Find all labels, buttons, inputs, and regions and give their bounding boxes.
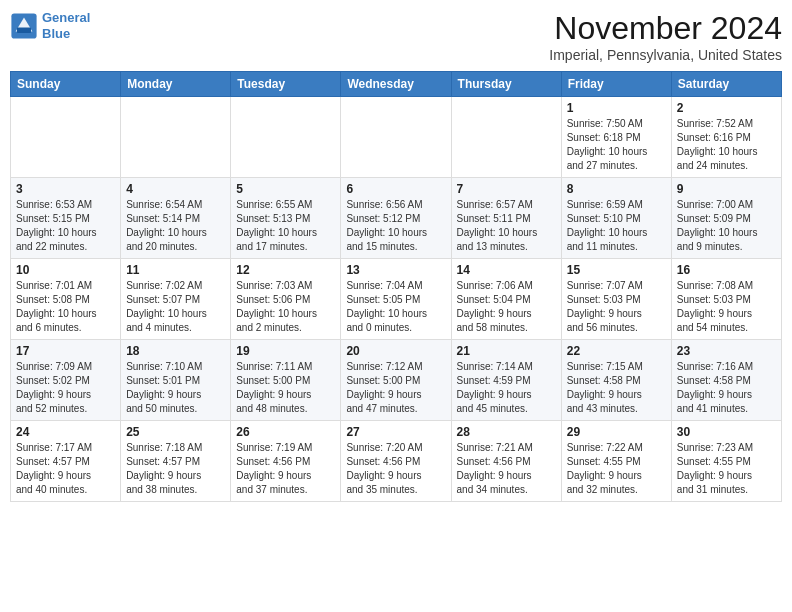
calendar-row: 3Sunrise: 6:53 AM Sunset: 5:15 PM Daylig…	[11, 178, 782, 259]
svg-rect-2	[17, 27, 31, 33]
day-info: Sunrise: 7:09 AM Sunset: 5:02 PM Dayligh…	[16, 360, 115, 416]
calendar-cell: 22Sunrise: 7:15 AM Sunset: 4:58 PM Dayli…	[561, 340, 671, 421]
calendar-cell	[121, 97, 231, 178]
logo-line2: Blue	[42, 26, 70, 41]
calendar-cell: 30Sunrise: 7:23 AM Sunset: 4:55 PM Dayli…	[671, 421, 781, 502]
calendar-cell: 20Sunrise: 7:12 AM Sunset: 5:00 PM Dayli…	[341, 340, 451, 421]
day-number: 15	[567, 263, 666, 277]
page-header: General Blue November 2024 Imperial, Pen…	[10, 10, 782, 63]
day-info: Sunrise: 7:50 AM Sunset: 6:18 PM Dayligh…	[567, 117, 666, 173]
day-info: Sunrise: 6:57 AM Sunset: 5:11 PM Dayligh…	[457, 198, 556, 254]
logo-line1: General	[42, 10, 90, 25]
day-info: Sunrise: 7:20 AM Sunset: 4:56 PM Dayligh…	[346, 441, 445, 497]
weekday-header-friday: Friday	[561, 72, 671, 97]
day-info: Sunrise: 6:55 AM Sunset: 5:13 PM Dayligh…	[236, 198, 335, 254]
weekday-header-sunday: Sunday	[11, 72, 121, 97]
day-number: 20	[346, 344, 445, 358]
calendar-cell	[451, 97, 561, 178]
weekday-header-saturday: Saturday	[671, 72, 781, 97]
day-info: Sunrise: 6:53 AM Sunset: 5:15 PM Dayligh…	[16, 198, 115, 254]
weekday-header-thursday: Thursday	[451, 72, 561, 97]
day-info: Sunrise: 7:52 AM Sunset: 6:16 PM Dayligh…	[677, 117, 776, 173]
calendar-header: SundayMondayTuesdayWednesdayThursdayFrid…	[11, 72, 782, 97]
calendar-cell: 21Sunrise: 7:14 AM Sunset: 4:59 PM Dayli…	[451, 340, 561, 421]
calendar-cell: 26Sunrise: 7:19 AM Sunset: 4:56 PM Dayli…	[231, 421, 341, 502]
calendar-cell	[11, 97, 121, 178]
day-number: 9	[677, 182, 776, 196]
calendar-cell: 3Sunrise: 6:53 AM Sunset: 5:15 PM Daylig…	[11, 178, 121, 259]
calendar-cell: 16Sunrise: 7:08 AM Sunset: 5:03 PM Dayli…	[671, 259, 781, 340]
calendar-row: 24Sunrise: 7:17 AM Sunset: 4:57 PM Dayli…	[11, 421, 782, 502]
calendar-row: 10Sunrise: 7:01 AM Sunset: 5:08 PM Dayli…	[11, 259, 782, 340]
calendar-body: 1Sunrise: 7:50 AM Sunset: 6:18 PM Daylig…	[11, 97, 782, 502]
logo-icon	[10, 12, 38, 40]
day-info: Sunrise: 7:16 AM Sunset: 4:58 PM Dayligh…	[677, 360, 776, 416]
day-info: Sunrise: 7:07 AM Sunset: 5:03 PM Dayligh…	[567, 279, 666, 335]
calendar-row: 17Sunrise: 7:09 AM Sunset: 5:02 PM Dayli…	[11, 340, 782, 421]
day-number: 12	[236, 263, 335, 277]
calendar-table: SundayMondayTuesdayWednesdayThursdayFrid…	[10, 71, 782, 502]
day-info: Sunrise: 7:23 AM Sunset: 4:55 PM Dayligh…	[677, 441, 776, 497]
day-info: Sunrise: 7:06 AM Sunset: 5:04 PM Dayligh…	[457, 279, 556, 335]
day-info: Sunrise: 7:14 AM Sunset: 4:59 PM Dayligh…	[457, 360, 556, 416]
day-number: 11	[126, 263, 225, 277]
day-info: Sunrise: 7:12 AM Sunset: 5:00 PM Dayligh…	[346, 360, 445, 416]
day-info: Sunrise: 6:59 AM Sunset: 5:10 PM Dayligh…	[567, 198, 666, 254]
day-info: Sunrise: 7:18 AM Sunset: 4:57 PM Dayligh…	[126, 441, 225, 497]
day-number: 16	[677, 263, 776, 277]
day-number: 19	[236, 344, 335, 358]
calendar-cell: 19Sunrise: 7:11 AM Sunset: 5:00 PM Dayli…	[231, 340, 341, 421]
logo-text: General Blue	[42, 10, 90, 41]
location-title: Imperial, Pennsylvania, United States	[549, 47, 782, 63]
day-info: Sunrise: 7:03 AM Sunset: 5:06 PM Dayligh…	[236, 279, 335, 335]
day-info: Sunrise: 7:02 AM Sunset: 5:07 PM Dayligh…	[126, 279, 225, 335]
calendar-cell: 18Sunrise: 7:10 AM Sunset: 5:01 PM Dayli…	[121, 340, 231, 421]
weekday-row: SundayMondayTuesdayWednesdayThursdayFrid…	[11, 72, 782, 97]
day-number: 1	[567, 101, 666, 115]
day-number: 18	[126, 344, 225, 358]
day-number: 4	[126, 182, 225, 196]
weekday-header-tuesday: Tuesday	[231, 72, 341, 97]
calendar-cell: 15Sunrise: 7:07 AM Sunset: 5:03 PM Dayli…	[561, 259, 671, 340]
calendar-cell: 10Sunrise: 7:01 AM Sunset: 5:08 PM Dayli…	[11, 259, 121, 340]
day-info: Sunrise: 7:08 AM Sunset: 5:03 PM Dayligh…	[677, 279, 776, 335]
day-info: Sunrise: 6:56 AM Sunset: 5:12 PM Dayligh…	[346, 198, 445, 254]
day-info: Sunrise: 7:21 AM Sunset: 4:56 PM Dayligh…	[457, 441, 556, 497]
calendar-cell: 5Sunrise: 6:55 AM Sunset: 5:13 PM Daylig…	[231, 178, 341, 259]
calendar-cell: 2Sunrise: 7:52 AM Sunset: 6:16 PM Daylig…	[671, 97, 781, 178]
day-info: Sunrise: 7:15 AM Sunset: 4:58 PM Dayligh…	[567, 360, 666, 416]
day-number: 3	[16, 182, 115, 196]
calendar-cell: 17Sunrise: 7:09 AM Sunset: 5:02 PM Dayli…	[11, 340, 121, 421]
day-number: 28	[457, 425, 556, 439]
weekday-header-monday: Monday	[121, 72, 231, 97]
day-number: 27	[346, 425, 445, 439]
calendar-cell: 12Sunrise: 7:03 AM Sunset: 5:06 PM Dayli…	[231, 259, 341, 340]
calendar-row: 1Sunrise: 7:50 AM Sunset: 6:18 PM Daylig…	[11, 97, 782, 178]
day-number: 30	[677, 425, 776, 439]
day-number: 10	[16, 263, 115, 277]
day-info: Sunrise: 7:10 AM Sunset: 5:01 PM Dayligh…	[126, 360, 225, 416]
calendar-cell: 14Sunrise: 7:06 AM Sunset: 5:04 PM Dayli…	[451, 259, 561, 340]
calendar-cell: 4Sunrise: 6:54 AM Sunset: 5:14 PM Daylig…	[121, 178, 231, 259]
day-number: 22	[567, 344, 666, 358]
day-info: Sunrise: 7:04 AM Sunset: 5:05 PM Dayligh…	[346, 279, 445, 335]
day-info: Sunrise: 7:17 AM Sunset: 4:57 PM Dayligh…	[16, 441, 115, 497]
day-number: 17	[16, 344, 115, 358]
day-number: 24	[16, 425, 115, 439]
calendar-cell: 11Sunrise: 7:02 AM Sunset: 5:07 PM Dayli…	[121, 259, 231, 340]
calendar-cell: 8Sunrise: 6:59 AM Sunset: 5:10 PM Daylig…	[561, 178, 671, 259]
calendar-cell: 9Sunrise: 7:00 AM Sunset: 5:09 PM Daylig…	[671, 178, 781, 259]
weekday-header-wednesday: Wednesday	[341, 72, 451, 97]
day-info: Sunrise: 6:54 AM Sunset: 5:14 PM Dayligh…	[126, 198, 225, 254]
day-info: Sunrise: 7:22 AM Sunset: 4:55 PM Dayligh…	[567, 441, 666, 497]
day-number: 25	[126, 425, 225, 439]
calendar-cell: 23Sunrise: 7:16 AM Sunset: 4:58 PM Dayli…	[671, 340, 781, 421]
day-info: Sunrise: 7:11 AM Sunset: 5:00 PM Dayligh…	[236, 360, 335, 416]
day-number: 26	[236, 425, 335, 439]
calendar-cell: 13Sunrise: 7:04 AM Sunset: 5:05 PM Dayli…	[341, 259, 451, 340]
calendar-cell: 25Sunrise: 7:18 AM Sunset: 4:57 PM Dayli…	[121, 421, 231, 502]
day-info: Sunrise: 7:00 AM Sunset: 5:09 PM Dayligh…	[677, 198, 776, 254]
day-number: 6	[346, 182, 445, 196]
day-number: 5	[236, 182, 335, 196]
calendar-cell: 27Sunrise: 7:20 AM Sunset: 4:56 PM Dayli…	[341, 421, 451, 502]
